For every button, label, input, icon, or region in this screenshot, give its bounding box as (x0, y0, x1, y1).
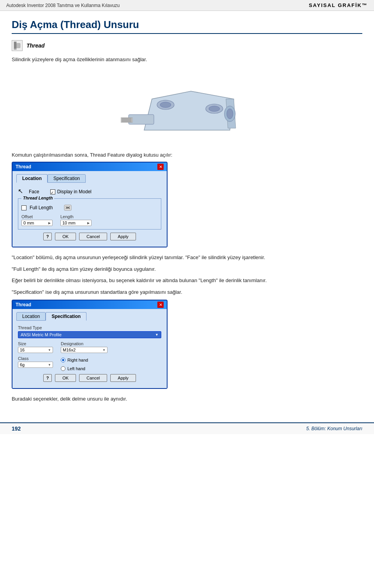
dialog2-titlebar: Thread ✕ (12, 300, 167, 309)
class-col: Class 6g ▼ (18, 356, 53, 371)
thread-type-arrow: ▼ (155, 333, 159, 337)
left-hand-radio[interactable] (61, 366, 65, 371)
right-hand-label: Right hand (67, 358, 88, 362)
thread-type-dropdown[interactable]: ANSI Metric M Profile ▼ (18, 331, 161, 338)
svg-point-26 (227, 109, 233, 119)
dialog2: Thread ✕ Location Specification Thread T… (12, 300, 168, 389)
dialog2-buttons: ? OK Cancel Apply (18, 374, 161, 382)
display-in-model-checkbox[interactable] (50, 189, 55, 194)
full-length-label: Full Length (30, 205, 53, 210)
thread-type-label: Thread Type (18, 325, 161, 330)
body-para5: Buradaki seçenekler, delik delme unsuru … (12, 395, 362, 403)
full-length-checkbox[interactable] (21, 205, 26, 210)
dialog1-help-button[interactable]: ? (43, 233, 52, 240)
dialog1-tab-specification[interactable]: Specification (48, 174, 86, 183)
svg-point-21 (160, 102, 171, 108)
length-label: Length (60, 214, 92, 219)
thread-length-group: Thread Length Full Length (18, 198, 161, 230)
thread-type-section: Thread Type ANSI Metric M Profile ▼ (18, 325, 161, 338)
model-svg (121, 68, 253, 146)
length-col: Length 10 mm ▶ (60, 214, 92, 226)
header-brand: SAYISAL GRAFİK™ (309, 2, 368, 8)
dialog2-title: Thread (16, 302, 31, 307)
body-para3: Eğer belirli bir derinlikte olması isten… (12, 277, 362, 284)
dialog1-close-button[interactable]: ✕ (157, 164, 164, 170)
header: Autodesk Inventor 2008 Tanıtma ve Kullan… (0, 0, 374, 11)
dialog2-tab-specification[interactable]: Specification (46, 312, 86, 321)
offset-length-row: Offset 0 mm ▶ Length 10 mm ▶ (21, 214, 158, 226)
dialog2-inner: Thread Type ANSI Metric M Profile ▼ Size… (16, 323, 163, 384)
dialog2-apply-button[interactable]: Apply (110, 374, 136, 382)
designation-arrow: ▼ (102, 348, 106, 352)
full-length-row: Full Length (21, 203, 158, 212)
dialog1-inner: ↖ Face Display in Model Thread Length Fu… (16, 185, 163, 243)
header-title: Autodesk Inventor 2008 Tanıtma ve Kullan… (6, 3, 120, 8)
flip-icon (64, 203, 72, 212)
dialog1-caption: Komutun çalıştırılmasından sonra, Thread… (12, 152, 362, 158)
main-content: Diş Açma (Thread) Unsuru Thread Silindir… (0, 11, 374, 415)
body-para1: "Location" bölümü, diş açma unsurunun ye… (12, 254, 362, 261)
left-hand-label: Left hand (67, 366, 85, 371)
dialog1: Thread ✕ Location Specification ↖ Face (12, 162, 168, 247)
display-in-model-label: Display in Model (57, 189, 92, 194)
dialog2-ok-button[interactable]: OK (55, 374, 76, 382)
length-input[interactable]: 10 mm ▶ (60, 220, 92, 226)
intro-text: Silindirik yüzeylere diş açma özellikler… (12, 57, 362, 62)
dialog1-tab-location[interactable]: Location (16, 174, 48, 183)
designation-col: Designation M16x2 ▼ (61, 341, 108, 353)
length-arrow: ▶ (87, 221, 90, 225)
svg-point-23 (209, 106, 220, 111)
size-arrow: ▼ (48, 348, 51, 352)
dialog1-face-row: ↖ Face Display in Model (18, 187, 161, 196)
class-hand-row: Class 6g ▼ Right hand Left (18, 356, 161, 371)
offset-input[interactable]: 0 mm ▶ (21, 220, 53, 226)
face-cursor-icon: ↖ (18, 187, 26, 196)
offset-label: Offset (21, 214, 53, 219)
dialog2-close-button[interactable]: ✕ (157, 302, 164, 308)
class-input[interactable]: 6g ▼ (18, 362, 53, 368)
designation-label: Designation (61, 341, 108, 346)
offset-col: Offset 0 mm ▶ (21, 214, 53, 226)
hand-col: Right hand Left hand (61, 356, 88, 371)
right-hand-row: Right hand (61, 358, 88, 362)
body-para4: "Specification" ise diş açma unsurunun s… (12, 288, 362, 296)
size-label: Size (18, 341, 53, 346)
left-hand-row: Left hand (61, 366, 88, 371)
class-arrow: ▼ (48, 363, 51, 367)
intro-row: Thread (12, 40, 362, 51)
size-designation-row: Size 16 ▼ Designation M16x2 ▼ (18, 341, 161, 353)
thread-length-label: Thread Length (21, 196, 54, 200)
dialog1-apply-button[interactable]: Apply (110, 233, 136, 240)
dialog2-cancel-button[interactable]: Cancel (79, 374, 107, 382)
dialog1-titlebar: Thread ✕ (12, 162, 167, 171)
body-para2: "Full Length" ile diş açma tüm yüzey der… (12, 265, 362, 273)
dialog1-body: Location Specification ↖ Face Display in… (12, 171, 167, 247)
footer-page-number: 192 (12, 426, 21, 432)
svg-rect-13 (121, 118, 132, 122)
size-input[interactable]: 16 ▼ (18, 347, 53, 353)
dialog2-tab-location[interactable]: Location (16, 312, 46, 321)
dialog2-body: Location Specification Thread Type ANSI … (12, 309, 167, 388)
offset-arrow: ▶ (48, 221, 51, 225)
footer: 192 5. Bölüm: Konum Unsurları (0, 422, 374, 434)
dialog1-title: Thread (16, 164, 31, 170)
right-hand-radio[interactable] (61, 358, 65, 362)
svg-rect-27 (64, 205, 71, 210)
designation-input[interactable]: M16x2 ▼ (61, 347, 108, 353)
model-image-container (12, 68, 362, 146)
thread-feature-icon (12, 40, 23, 51)
dialog1-cancel-button[interactable]: Cancel (79, 233, 107, 240)
footer-section: 5. Bölüm: Konum Unsurları (306, 426, 362, 431)
dialog2-help-button[interactable]: ? (43, 374, 52, 382)
svg-rect-9 (16, 43, 20, 48)
dialog1-ok-button[interactable]: OK (55, 233, 76, 240)
dialog1-face-label: Face (29, 189, 39, 194)
size-col: Size 16 ▼ (18, 341, 53, 353)
dialog2-tabs: Location Specification (16, 312, 163, 321)
dialog1-tabs: Location Specification (16, 174, 163, 183)
dialog1-buttons: ? OK Cancel Apply (18, 233, 161, 240)
class-label: Class (18, 356, 53, 361)
page-title: Diş Açma (Thread) Unsuru (12, 19, 362, 34)
thread-quote: Thread (26, 42, 45, 49)
